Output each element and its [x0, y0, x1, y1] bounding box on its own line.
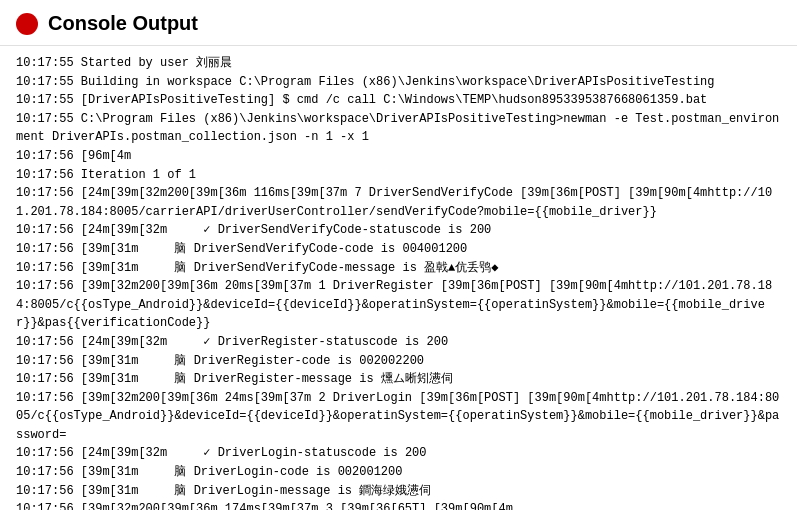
log-line: 10:17:55 Started by user 刘丽晨: [16, 54, 781, 73]
log-line: 10:17:56 [39m[31m 脑 DriverLogin-message …: [16, 482, 781, 501]
log-line: 10:17:56 [39m[32m200[39m[36m 20ms[39m[37…: [16, 277, 781, 333]
log-line: 10:17:56 [24m[39m[32m ✓ DriverLogin-stat…: [16, 444, 781, 463]
log-line: 10:17:56 Iteration 1 of 1: [16, 166, 781, 185]
console-output: 10:17:55 Started by user 刘丽晨10:17:55 Bui…: [0, 46, 797, 510]
log-line: 10:17:56 [39m[31m 脑 DriverSendVerifyCode…: [16, 259, 781, 278]
log-line: 10:17:56 [96m[4m: [16, 147, 781, 166]
log-line: 10:17:56 [39m[31m 脑 DriverRegister-messa…: [16, 370, 781, 389]
log-line: 10:17:56 [24m[39m[32m ✓ DriverRegister-s…: [16, 333, 781, 352]
log-line: 10:17:56 [39m[31m 脑 DriverSendVerifyCode…: [16, 240, 781, 259]
log-line: 10:17:56 [24m[39m[32m ✓ DriverSendVerify…: [16, 221, 781, 240]
log-line: 10:17:56 [39m[32m200[39m[36m 24ms[39m[37…: [16, 389, 781, 445]
log-line: 10:17:55 [DriverAPIsPositiveTesting] $ c…: [16, 91, 781, 110]
log-line: 10:17:56 [39m[32m200[39m[36m 174ms[39m[3…: [16, 500, 781, 510]
log-line: 10:17:55 C:\Program Files (x86)\Jenkins\…: [16, 110, 781, 147]
page-title: Console Output: [48, 12, 198, 35]
console-header: Console Output: [0, 0, 797, 46]
log-line: 10:17:56 [24m[39m[32m200[39m[36m 116ms[3…: [16, 184, 781, 221]
log-line: 10:17:55 Building in workspace C:\Progra…: [16, 73, 781, 92]
log-line: 10:17:56 [39m[31m 脑 DriverRegister-code …: [16, 352, 781, 371]
log-line: 10:17:56 [39m[31m 脑 DriverLogin-code is …: [16, 463, 781, 482]
status-icon: [16, 13, 38, 35]
